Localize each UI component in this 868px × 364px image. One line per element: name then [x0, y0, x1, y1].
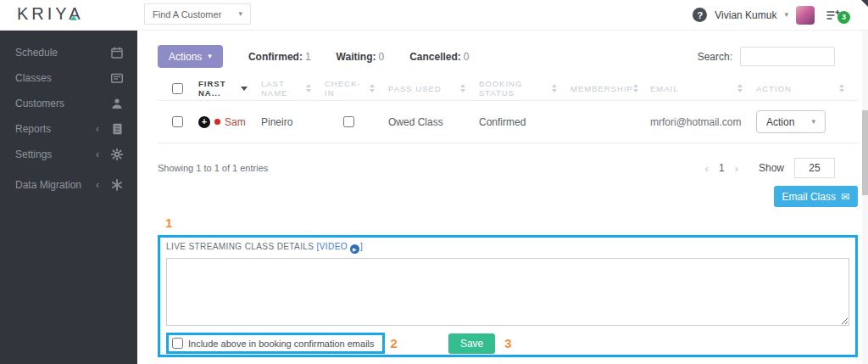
sidebar-item-schedule[interactable]: Schedule [0, 40, 137, 65]
table-footer: Showing 1 to 1 of 1 entries ‹ 1 › Show [158, 157, 835, 179]
scrollbar-thumb[interactable] [862, 110, 868, 195]
select-all-checkbox[interactable] [172, 83, 183, 94]
email-class-button[interactable]: Email Class ✉ [774, 186, 858, 207]
sidebar-label: Customers [15, 98, 96, 110]
sort-icon [839, 84, 844, 92]
last-name-cell: Pineiro [261, 116, 325, 128]
table-row: + Sam Pineiro Owed Class Confirmed mrfor… [158, 101, 858, 143]
stat-waiting: Waiting:0 [337, 51, 385, 63]
sidebar-label: Data Migration [15, 179, 96, 192]
pagination: ‹ 1 › Show [705, 158, 835, 178]
top-bar: KRIYA Find A Customer ▾ ? Vivian Kumuk ▾… [0, 0, 868, 31]
scroll-corner-mark [861, 0, 868, 7]
sidebar: Schedule Classes Customers Reports ‹ [0, 30, 137, 364]
submenu-chevron-icon: ‹ [96, 123, 111, 135]
sort-icon [737, 84, 743, 92]
video-link-text[interactable]: [VIDEO [317, 242, 348, 251]
sort-icon [306, 84, 311, 92]
page-size-input[interactable] [794, 158, 835, 178]
save-button[interactable]: Save [448, 333, 495, 354]
sidebar-label: Reports [15, 123, 96, 136]
row-select-checkbox[interactable] [172, 116, 183, 127]
actions-button[interactable]: Actions ▾ [158, 45, 223, 68]
select-all-cell [158, 83, 198, 94]
sidebar-item-reports[interactable]: Reports ‹ [0, 116, 137, 142]
vertical-scrollbar[interactable] [862, 30, 868, 364]
chevron-down-icon: ▾ [208, 53, 212, 60]
search-input[interactable] [740, 47, 835, 66]
next-page-button[interactable]: › [735, 162, 738, 175]
envelope-icon: ✉ [841, 191, 849, 203]
app-window: KRIYA Find A Customer ▾ ? Vivian Kumuk ▾… [0, 0, 868, 364]
action-cell: Action ▾ [756, 110, 858, 133]
stat-confirmed: Confirmed:1 [248, 51, 311, 63]
main-content: Actions ▾ Confirmed:1 Waiting:0 Cancelle… [137, 30, 868, 364]
person-icon [111, 98, 123, 109]
sort-icon [370, 84, 375, 92]
sort-icon [633, 84, 638, 92]
live-streaming-details-textarea[interactable] [166, 258, 849, 326]
check-in-cell [325, 116, 388, 127]
chevron-down-icon[interactable]: ▾ [784, 11, 788, 19]
user-menu-name[interactable]: Vivian Kumuk [715, 9, 776, 21]
classes-card-icon [111, 72, 123, 84]
chevron-down-icon: ▾ [811, 118, 815, 126]
include-checkbox-annotation-box: Include above in booking confirmation em… [166, 333, 385, 354]
sidebar-item-data-migration[interactable]: Data Migration ‹ [0, 167, 137, 203]
search-label: Search: [698, 51, 732, 63]
booking-stats: Confirmed:1 Waiting:0 Cancelled:0 [248, 51, 470, 63]
actions-button-label: Actions [169, 51, 202, 63]
first-name-cell: + Sam [198, 116, 261, 128]
help-icon[interactable]: ? [693, 8, 707, 22]
show-label: Show [759, 162, 784, 174]
sidebar-item-settings[interactable]: Settings ‹ [0, 142, 137, 167]
live-streaming-title: LIVE STREAMING CLASS DETAILS [VIDEO▶] [166, 242, 849, 254]
sidebar-label: Classes [15, 72, 96, 85]
check-in-checkbox[interactable] [343, 116, 354, 127]
sort-icon [460, 84, 465, 92]
row-action-label: Action [766, 116, 794, 128]
column-header-email[interactable]: EMAIL [650, 84, 756, 93]
gear-icon [111, 148, 123, 160]
submenu-chevron-icon: ‹ [96, 148, 111, 160]
email-class-label: Email Class [782, 191, 836, 203]
sort-icon [552, 84, 557, 92]
video-play-icon[interactable]: ▶ [350, 244, 359, 254]
sidebar-item-customers[interactable]: Customers [0, 91, 137, 116]
attendees-table: FIRST NA... LAST NAME CHECK-IN PASS USED… [158, 76, 858, 143]
live-streaming-actions-row: Include above in booking confirmation em… [166, 333, 849, 354]
column-header-first-name[interactable]: FIRST NA... [198, 79, 261, 98]
document-icon [111, 123, 123, 135]
column-header-check-in[interactable]: CHECK-IN [325, 79, 388, 98]
stat-cancelled: Cancelled:0 [409, 51, 469, 63]
booking-status-cell: Confirmed [479, 116, 570, 128]
include-in-emails-label: Include above in booking confirmation em… [188, 339, 375, 349]
find-customer-dropdown[interactable]: Find A Customer ▾ [144, 3, 251, 25]
avatar[interactable] [796, 6, 815, 25]
sidebar-label: Schedule [15, 47, 96, 59]
page-number[interactable]: 1 [719, 162, 725, 174]
submenu-chevron-icon: ‹ [96, 179, 111, 191]
column-header-action[interactable]: ACTION [756, 84, 858, 93]
column-header-last-name[interactable]: LAST NAME [261, 79, 325, 98]
status-dot-icon [214, 119, 220, 125]
toolbar-row: Actions ▾ Confirmed:1 Waiting:0 Cancelle… [158, 45, 835, 68]
expand-row-icon[interactable]: + [198, 116, 210, 128]
calendar-icon [111, 47, 123, 59]
sidebar-item-classes[interactable]: Classes [0, 65, 137, 91]
prev-page-button[interactable]: ‹ [705, 162, 709, 175]
column-header-pass-used[interactable]: PASS USED [388, 84, 479, 93]
include-in-emails-checkbox[interactable] [172, 338, 183, 349]
column-header-booking-status[interactable]: BOOKING STATUS [479, 79, 570, 98]
row-action-button[interactable]: Action ▾ [756, 110, 826, 133]
kriya-logo[interactable]: KRIYA [17, 4, 84, 24]
showing-entries-text: Showing 1 to 1 of 1 entries [158, 163, 268, 173]
email-cell: mrfori@hotmail.com [650, 116, 756, 128]
annotation-number-3: 3 [504, 336, 511, 350]
notification-count-badge: 3 [837, 11, 850, 24]
chevron-down-icon: ▾ [238, 10, 242, 18]
topbar-right-group: ? Vivian Kumuk ▾ 3 [693, 0, 848, 30]
search-group: Search: [698, 47, 835, 66]
column-header-membership[interactable]: MEMBERSHIP [570, 84, 650, 93]
notifications-icon[interactable]: 3 [826, 9, 841, 21]
